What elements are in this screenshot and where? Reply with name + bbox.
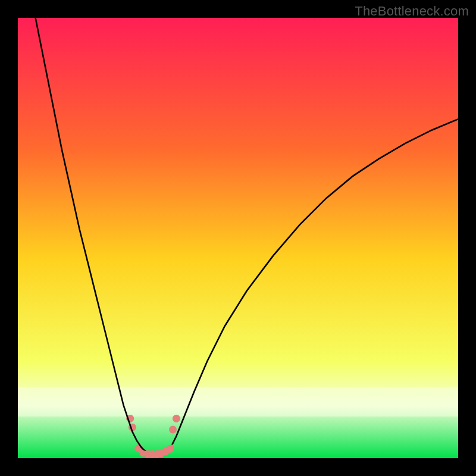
data-marker bbox=[169, 425, 177, 433]
chart-svg bbox=[18, 18, 458, 458]
watermark-text: TheBottleneck.com bbox=[355, 4, 469, 19]
plot-area bbox=[18, 18, 458, 458]
chart-frame: TheBottleneck.com bbox=[0, 0, 476, 476]
data-marker bbox=[173, 415, 180, 422]
pale-band bbox=[18, 387, 458, 416]
